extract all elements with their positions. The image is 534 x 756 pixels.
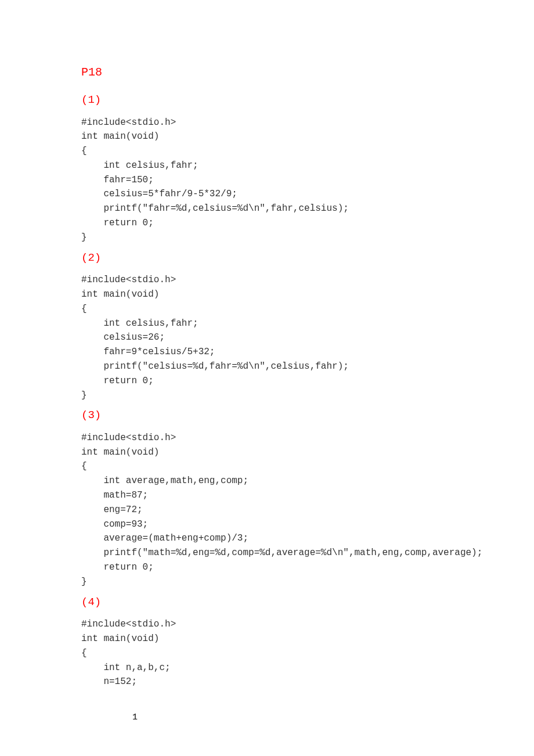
- code-block-1: #include<stdio.h> int main(void) { int c…: [81, 116, 534, 245]
- code-block-2: #include<stdio.h> int main(void) { int c…: [81, 273, 534, 402]
- code-block-4: #include<stdio.h> int main(void) { int n…: [81, 617, 534, 689]
- section-number-2: (2): [81, 250, 534, 267]
- section-number-3: (3): [81, 407, 534, 424]
- code-block-3: #include<stdio.h> int main(void) { int a…: [81, 431, 534, 589]
- page-reference: P18: [81, 64, 534, 81]
- page-number: 1: [132, 711, 534, 725]
- section-number-4: (4): [81, 594, 534, 611]
- section-number-1: (1): [81, 92, 534, 109]
